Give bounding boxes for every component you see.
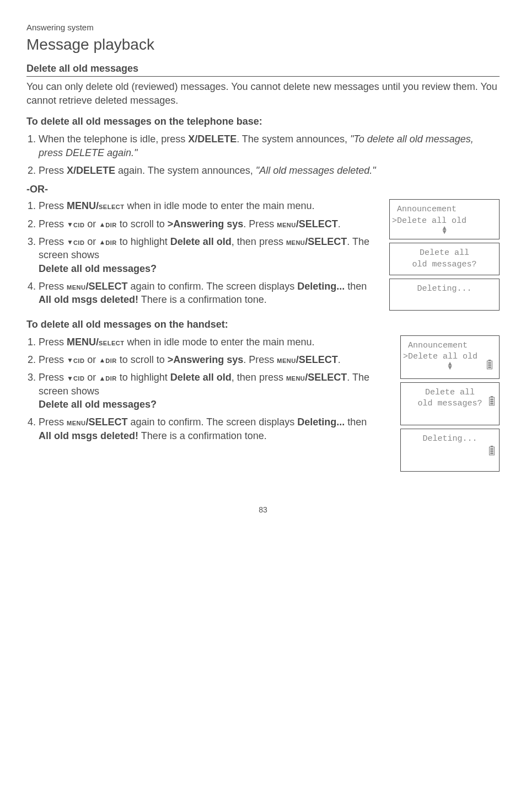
text: . bbox=[338, 354, 341, 365]
text: then bbox=[345, 416, 367, 428]
text: There is a confirmation tone. bbox=[138, 430, 267, 441]
page-number: 83 bbox=[26, 505, 500, 515]
base-step-2: Press X/DELETE again. The system announc… bbox=[39, 164, 500, 177]
key-menu: MENU bbox=[277, 355, 296, 365]
text: Press bbox=[39, 281, 67, 292]
menu-steps-list: Press MENU/SELECT when in idle mode to e… bbox=[26, 199, 382, 306]
lcd-line: old messages? bbox=[403, 398, 497, 409]
text: Press bbox=[39, 218, 67, 229]
svg-rect-12 bbox=[490, 448, 493, 450]
menu-step-3: Press ▼CID or ▲DIR to highlight Delete a… bbox=[39, 235, 382, 275]
svg-rect-2 bbox=[488, 362, 491, 364]
key-xdelete: X/DELETE bbox=[67, 165, 115, 176]
svg-rect-14 bbox=[490, 452, 493, 454]
key-dir: DIR bbox=[105, 220, 116, 229]
text: Press bbox=[39, 336, 67, 348]
up-triangle-icon: ▲ bbox=[99, 374, 105, 383]
key-cid: CID bbox=[73, 237, 84, 247]
base-step-1: When the telephone is idle, press X/DELE… bbox=[39, 132, 500, 159]
handset-step-3: Press ▼CID or ▲DIR to highlight Delete a… bbox=[39, 371, 382, 411]
section-title: Delete all old messages bbox=[26, 62, 500, 77]
text: when in idle mode to enter the main menu… bbox=[124, 336, 314, 348]
text: when in idle mode to enter the main menu… bbox=[124, 200, 314, 211]
done-label: All old msgs deleted! bbox=[39, 294, 138, 305]
text: Press bbox=[39, 165, 67, 176]
key-xdelete: X/DELETE bbox=[188, 133, 237, 145]
text: Press bbox=[39, 236, 67, 247]
handset-step-4: Press MENU/SELECT again to confirm. The … bbox=[39, 415, 382, 442]
text: . bbox=[338, 218, 341, 229]
text: Press bbox=[39, 354, 67, 365]
lcd-line: old messages? bbox=[392, 259, 497, 270]
base-heading: To delete all old messages on the teleph… bbox=[26, 115, 500, 128]
text: There is a confirmation tone. bbox=[138, 294, 267, 305]
prompt: Delete all old messages? bbox=[39, 263, 157, 274]
text: to scroll to bbox=[117, 218, 168, 229]
down-triangle-icon: ▼ bbox=[67, 238, 73, 247]
key-select: /SELECT bbox=[85, 281, 127, 292]
handset-heading: To delete all old messages on the handse… bbox=[26, 318, 500, 331]
text: again to confirm. The screen displays bbox=[127, 416, 297, 428]
page-title: Message playback bbox=[26, 34, 500, 55]
svg-rect-9 bbox=[490, 403, 493, 405]
done-label: All old msgs deleted! bbox=[39, 430, 138, 441]
key-cid: CID bbox=[73, 220, 84, 229]
svg-rect-13 bbox=[490, 450, 493, 452]
text: , then press bbox=[232, 372, 286, 383]
battery-icon bbox=[488, 396, 496, 410]
handset-step-1: Press MENU/SELECT when in idle mode to e… bbox=[39, 335, 382, 349]
key-cid: CID bbox=[73, 355, 84, 365]
text: Press bbox=[39, 372, 67, 383]
menu-target: >Answering sys bbox=[168, 218, 244, 229]
menu-step-2: Press ▼CID or ▲DIR to scroll to >Answeri… bbox=[39, 217, 382, 231]
lcd-base-deleting: Deleting... bbox=[389, 279, 500, 311]
lcd-base-menu: Announcement >Delete all old ▲▼ bbox=[389, 199, 500, 239]
handset-step-2: Press ▼CID or ▲DIR to scroll to >Answeri… bbox=[39, 353, 382, 366]
text: to highlight bbox=[117, 236, 170, 247]
svg-rect-3 bbox=[488, 365, 491, 366]
text: Press bbox=[39, 416, 67, 428]
key-menu: MENU bbox=[286, 373, 305, 382]
lcd-line: Announcement bbox=[403, 340, 497, 351]
base-steps-list: When the telephone is idle, press X/DELE… bbox=[26, 132, 500, 177]
menu-target: >Answering sys bbox=[168, 354, 244, 365]
lcd-line: Delete all bbox=[392, 248, 497, 259]
quote: "All old messages deleted." bbox=[256, 165, 376, 176]
key-select: SELECT bbox=[99, 201, 124, 211]
battery-icon bbox=[486, 360, 493, 373]
lcd-line: Announcement bbox=[392, 204, 497, 215]
lcd-line: Delete all bbox=[403, 387, 497, 398]
deleting-label: Deleting... bbox=[297, 281, 345, 292]
svg-rect-11 bbox=[491, 446, 493, 447]
text: Press bbox=[39, 200, 67, 211]
text: . Press bbox=[243, 354, 277, 365]
key-menu: MENU/ bbox=[67, 200, 99, 211]
key-select: /SELECT bbox=[305, 372, 347, 383]
svg-rect-4 bbox=[488, 367, 491, 368]
updown-arrow-icon: ▲▼ bbox=[392, 227, 497, 234]
svg-rect-6 bbox=[491, 396, 493, 397]
key-menu: MENU/ bbox=[67, 336, 99, 348]
lcd-handset-deleting: Deleting... bbox=[400, 429, 500, 472]
text: then bbox=[345, 281, 367, 292]
key-select: /SELECT bbox=[305, 236, 347, 247]
up-triangle-icon: ▲ bbox=[99, 220, 105, 229]
lcd-line: Deleting... bbox=[392, 284, 497, 295]
menu-target: Delete all old bbox=[170, 236, 232, 247]
key-select: SELECT bbox=[99, 338, 124, 347]
up-triangle-icon: ▲ bbox=[99, 238, 105, 247]
lcd-handset-menu: Announcement >Delete all old ▲▼ bbox=[400, 335, 500, 379]
lcd-handset-confirm: Delete all old messages? bbox=[400, 382, 500, 425]
prompt: Delete all old messages? bbox=[39, 399, 157, 410]
key-cid: CID bbox=[73, 373, 84, 382]
up-triangle-icon: ▲ bbox=[99, 356, 105, 365]
svg-rect-8 bbox=[490, 401, 493, 403]
text: again. The system announces, bbox=[115, 165, 256, 176]
text: again to confirm. The screen displays bbox=[127, 281, 297, 292]
battery-icon bbox=[488, 446, 496, 460]
text: or bbox=[84, 218, 99, 229]
menu-step-4: Press MENU/SELECT again to confirm. The … bbox=[39, 280, 382, 307]
text: , then press bbox=[232, 236, 286, 247]
key-select: /SELECT bbox=[85, 416, 127, 428]
key-select: /SELECT bbox=[296, 354, 338, 365]
